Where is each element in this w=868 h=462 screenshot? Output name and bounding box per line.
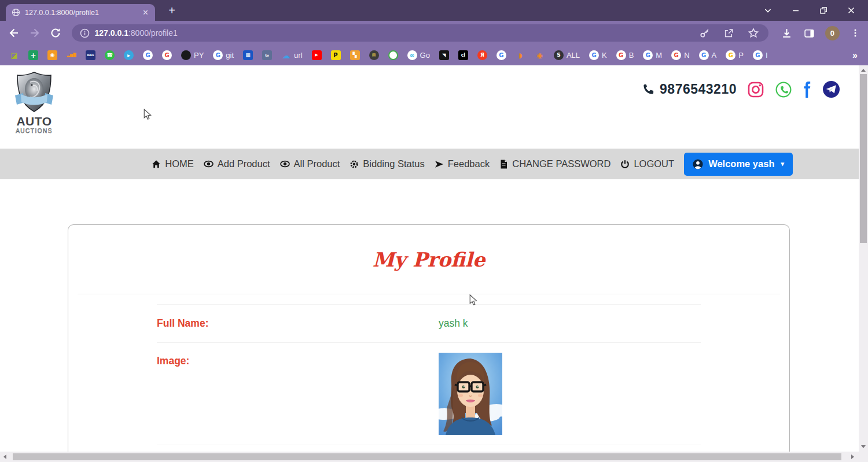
back-icon[interactable] <box>7 26 21 40</box>
url-text[interactable]: 127.0.0.1:8000/profile1 <box>95 28 178 38</box>
scroll-down-arrow[interactable] <box>861 445 866 448</box>
bookmark-item[interactable] <box>388 50 398 60</box>
telegram-icon[interactable] <box>822 80 840 98</box>
forward-icon[interactable] <box>28 26 42 40</box>
bookmark-label: ALL <box>567 51 580 60</box>
nav-item-feedback[interactable]: Feedback <box>435 158 490 169</box>
analytics-icon: ▂▅▇ <box>67 50 76 60</box>
close-icon[interactable] <box>843 2 860 19</box>
vertical-scrollbar-thumb[interactable] <box>860 74 867 243</box>
bookmark-item[interactable]: PY <box>181 50 204 60</box>
menu-kebab-icon[interactable] <box>848 26 862 40</box>
new-tab-button[interactable]: + <box>165 3 179 17</box>
site-header: AUTO AUCTIONS 9876543210 <box>0 65 859 149</box>
bookmark-item[interactable]: ☁url <box>281 50 302 60</box>
url-bar-actions <box>698 26 760 40</box>
bookmark-item[interactable]: ▚ <box>350 50 360 60</box>
browser-tab[interactable]: 127.0.0.1:8000/profile1 × <box>6 4 155 21</box>
nav-item-label: Add Product <box>218 158 270 169</box>
nav-item-all-product[interactable]: All Product <box>280 158 340 169</box>
minimize-icon[interactable] <box>787 2 804 19</box>
facebook-icon[interactable] <box>803 82 811 98</box>
bookmark-item[interactable]: IEEE <box>86 50 95 60</box>
vertical-scrollbar[interactable] <box>859 65 868 452</box>
nav-item-logout[interactable]: LOGOUT <box>620 158 674 169</box>
bookmark-item[interactable]: P <box>331 50 341 60</box>
globe-icon <box>12 8 20 17</box>
bookmark-item[interactable]: ∞Go <box>407 50 430 60</box>
header-contact: 9876543210 <box>642 80 840 98</box>
nav-item-label: HOME <box>165 158 194 169</box>
welcome-user-button[interactable]: Welcome yash ▾ <box>684 153 793 176</box>
table-row: Full Name: yash k <box>157 305 701 343</box>
nav-item-home[interactable]: HOME <box>152 158 194 169</box>
horizontal-scrollbar[interactable] <box>0 452 859 462</box>
phone-icon <box>642 83 654 95</box>
bookmark-item[interactable]: GI <box>753 50 768 60</box>
tab-close-icon[interactable]: × <box>142 8 149 17</box>
bookmark-item[interactable]: ▦ <box>243 50 253 60</box>
nav-item-bidding-status[interactable]: Bidding Status <box>350 158 424 169</box>
bookmark-item[interactable]: GK <box>589 50 607 60</box>
horizontal-scrollbar-thumb[interactable] <box>13 453 841 460</box>
bookmark-item[interactable]: G <box>162 50 172 60</box>
bookmark-item[interactable]: SALL <box>554 50 580 60</box>
bookmark-item[interactable]: tv <box>262 50 272 60</box>
scroll-right-arrow[interactable] <box>851 454 854 459</box>
url-bar[interactable]: 127.0.0.1:8000/profile1 <box>72 24 768 42</box>
power-icon <box>620 160 630 169</box>
bookmark-star-icon[interactable] <box>746 26 760 40</box>
bookmark-item[interactable]: ◪ <box>9 50 19 60</box>
bookmark-item[interactable]: G <box>496 50 506 60</box>
bookmark-item[interactable]: ▸ <box>124 50 134 60</box>
whatsapp-icon[interactable] <box>775 81 792 98</box>
bookmark-label: url <box>294 51 302 60</box>
bookmark-item[interactable]: Я <box>477 50 487 60</box>
bookmark-item[interactable]: ◉ <box>535 50 545 60</box>
bookmark-item[interactable]: ◥ <box>439 50 449 60</box>
google-icon: G <box>143 50 153 60</box>
phone-number: 9876543210 <box>642 82 737 97</box>
url-host: 127.0.0.1 <box>95 28 128 38</box>
nav-item-add-product[interactable]: Add Product <box>204 158 270 169</box>
tab-search-chevron-icon[interactable] <box>759 2 777 19</box>
bookmark-item[interactable]: ☎ <box>105 50 115 60</box>
flame-icon: ◗ <box>516 50 525 60</box>
tab-title: 127.0.0.1:8000/profile1 <box>25 9 137 17</box>
bookmark-item[interactable]: GN <box>671 50 689 60</box>
restore-icon[interactable] <box>815 2 832 19</box>
nav-item-change-password[interactable]: CHANGE PASSWORD <box>499 158 610 169</box>
site-info-icon[interactable] <box>80 28 90 38</box>
bookmark-item[interactable]: GB <box>616 50 634 60</box>
eye-orange-icon: ◉ <box>535 50 545 60</box>
password-key-icon[interactable] <box>698 26 712 40</box>
send-icon <box>435 160 444 169</box>
downloads-icon[interactable] <box>780 26 794 40</box>
scroll-left-arrow[interactable] <box>3 454 6 459</box>
bookmark-item[interactable]: ▶ <box>312 50 322 60</box>
side-panel-icon[interactable] <box>803 26 816 40</box>
bookmark-item[interactable]: Ggit <box>213 50 234 60</box>
bookmark-item[interactable]: ◗ <box>516 50 525 60</box>
bookmark-item[interactable]: G <box>143 50 153 60</box>
bookmark-item[interactable]: GA <box>699 50 717 60</box>
bookmark-item[interactable]: ▤ <box>369 50 379 60</box>
auto-auctions-logo[interactable]: AUTO AUCTIONS <box>13 70 56 136</box>
bookmarks-overflow-chevron[interactable]: » <box>852 50 858 61</box>
camera-icon: ◉ <box>47 50 57 60</box>
bookmark-label: P <box>738 51 744 60</box>
scroll-up-arrow[interactable] <box>861 69 866 72</box>
booking-icon: ▦ <box>243 50 253 60</box>
bookmark-item[interactable]: cl <box>458 50 468 60</box>
bookmark-item[interactable]: GP <box>726 50 744 60</box>
reload-icon[interactable] <box>49 26 62 40</box>
bookmark-item[interactable]: + <box>28 50 38 60</box>
bookmark-label: A <box>712 51 717 60</box>
telegram-icon: ▸ <box>124 50 134 60</box>
share-icon[interactable] <box>722 26 736 40</box>
bookmark-item[interactable]: GM <box>643 50 662 60</box>
bookmark-item[interactable]: ◉ <box>47 50 57 60</box>
profile-avatar[interactable]: 0 <box>825 26 840 40</box>
instagram-icon[interactable] <box>748 82 764 98</box>
bookmark-item[interactable]: ▂▅▇ <box>67 50 76 60</box>
